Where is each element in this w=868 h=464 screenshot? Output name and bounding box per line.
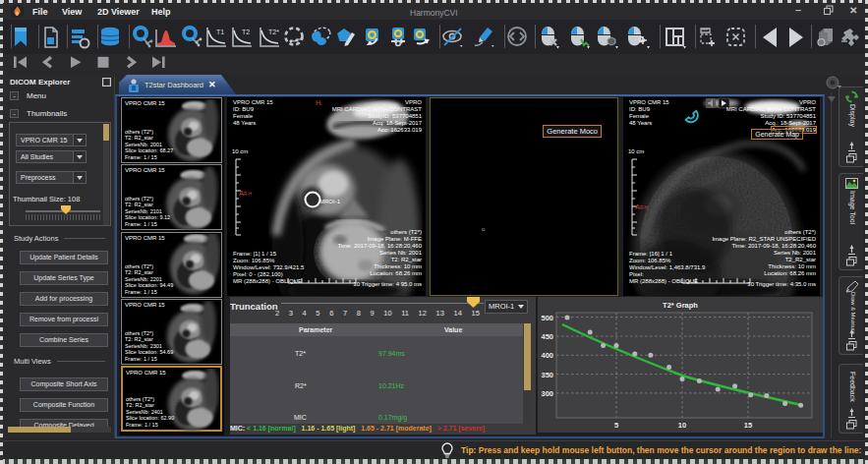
- svg-text:400: 400: [541, 351, 553, 360]
- svg-text:5: 5: [614, 421, 618, 430]
- svg-text:500: 500: [541, 314, 553, 322]
- svg-text:350: 350: [541, 371, 553, 379]
- svg-text:T2: T2: [242, 29, 250, 35]
- svg-text:T2*: T2*: [268, 29, 279, 35]
- svg-text:T1: T1: [216, 29, 224, 35]
- svg-text:10: 10: [678, 421, 686, 430]
- svg-text:450: 450: [541, 332, 553, 341]
- svg-text:300: 300: [541, 389, 553, 398]
- svg-text:15: 15: [744, 421, 752, 430]
